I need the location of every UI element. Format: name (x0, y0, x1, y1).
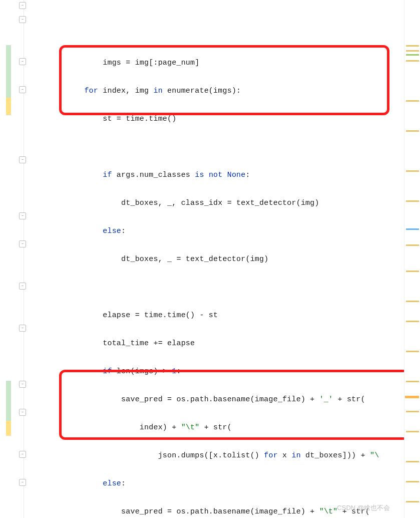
minimap-marker (406, 50, 419, 52)
code-line: else: (26, 477, 404, 491)
minimap-marker (406, 45, 419, 47)
minimap-marker (406, 244, 419, 246)
code-line: json.dumps([x.tolist() for x in dt_boxes… (26, 449, 404, 463)
code-line (26, 281, 404, 295)
code-line: total_time += elapse (26, 337, 404, 351)
highlight-box (59, 45, 389, 115)
code-line: for index, img in enumerate(imgs): (26, 84, 404, 98)
code-line: if len(imgs) > 1: (26, 365, 404, 379)
minimap-marker (406, 54, 419, 56)
code-line: imgs = img[:page_num] (26, 56, 404, 70)
minimap-overview[interactable] (404, 0, 420, 518)
change-marker (6, 98, 11, 115)
minimap-marker (406, 461, 419, 462)
code-line: dt_boxes, _ = text_detector(img) (26, 252, 404, 267)
gutter: – – – – – – – – – – – – – (0, 0, 24, 518)
minimap-marker (406, 60, 419, 62)
code-line: else: (26, 224, 404, 238)
code-line: index) + "\t" + str( (26, 421, 404, 435)
minimap-marker (406, 100, 419, 102)
minimap-marker (405, 396, 419, 398)
code-line (26, 140, 404, 154)
watermark: CSDN @啥也不会 (337, 501, 390, 515)
minimap-marker (406, 351, 419, 352)
code-line: elapse = time.time() - st (26, 309, 404, 323)
minimap-marker (406, 271, 419, 272)
code-editor: – – – – – – – – – – – – – imgs = img[:pa… (0, 0, 420, 518)
minimap-marker (406, 481, 419, 482)
change-marker (6, 381, 11, 421)
change-marker (6, 421, 11, 436)
code-line: save_pred = os.path.basename(image_file)… (26, 393, 404, 407)
minimap-marker (406, 501, 419, 502)
minimap-marker (406, 411, 419, 412)
code-line: st = time.time() (26, 112, 404, 126)
minimap-marker (406, 228, 419, 230)
minimap-marker (406, 200, 419, 202)
code-line: if args.num_classes is not None: (26, 168, 404, 182)
code-area[interactable]: imgs = img[:page_num] for index, img in … (24, 0, 404, 518)
code-line: dt_boxes, _, class_idx = text_detector(i… (26, 196, 404, 210)
minimap-marker (406, 170, 419, 172)
minimap-marker (406, 301, 419, 302)
minimap-marker (406, 321, 419, 322)
minimap-marker (406, 431, 419, 432)
minimap-marker (406, 130, 419, 132)
minimap-marker (406, 381, 419, 382)
